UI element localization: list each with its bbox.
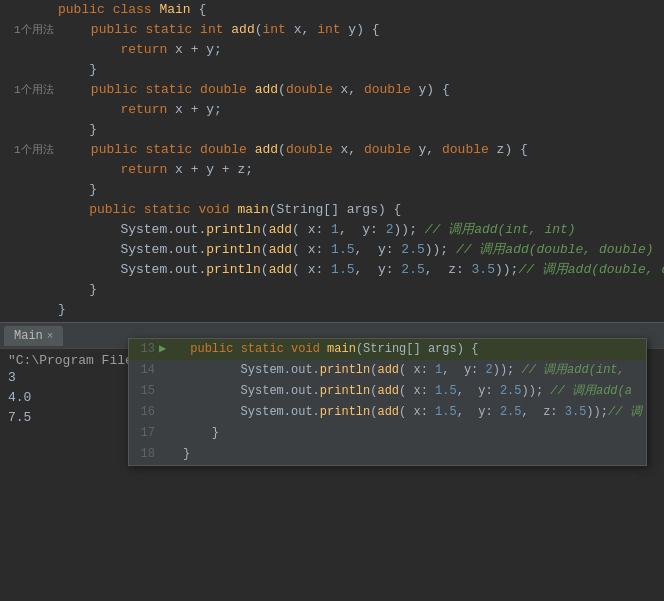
code-line-2: 1个用法 public static int add(int x, int y)… (0, 20, 664, 40)
code-line-3: return x + y; (0, 40, 664, 60)
line-text-3: return x + y; (58, 40, 222, 60)
line-text-15: } (58, 280, 97, 300)
line-text-16: } (58, 300, 66, 320)
code-line-7: } (0, 120, 664, 140)
usage-2: 1个用法 (14, 20, 54, 40)
tab-main[interactable]: Main × (4, 326, 63, 346)
code-line-11: public static void main(String[] args) { (0, 200, 664, 220)
popup-line-text-14: System.out.println(add( x: 1, y: 2)); //… (183, 361, 625, 380)
tab-close-icon[interactable]: × (47, 330, 54, 342)
code-line-8: 1个用法 public static double add(double x, … (0, 140, 664, 160)
popup-line-text-18: } (183, 445, 190, 464)
line-text-8: public static double add(double x, doubl… (60, 140, 528, 160)
popup-line-text-15: System.out.println(add( x: 1.5, y: 2.5))… (183, 382, 632, 401)
line-text-12: System.out.println(add( x: 1, y: 2)); //… (58, 220, 576, 240)
popup-row-17: 17 } (129, 423, 646, 444)
line-text-9: return x + y + z; (58, 160, 253, 180)
code-popup: 13 ▶ public static void main(String[] ar… (128, 338, 647, 466)
popup-line-text-17: } (183, 424, 219, 443)
line-text-2: public static int add(int x, int y) { (60, 20, 380, 40)
popup-row-15: 15 System.out.println(add( x: 1.5, y: 2.… (129, 381, 646, 402)
code-line-13: System.out.println(add( x: 1.5, y: 2.5))… (0, 240, 664, 260)
popup-row-18: 18 } (129, 444, 646, 465)
popup-linenum-15: 15 (133, 382, 155, 401)
popup-linenum-17: 17 (133, 424, 155, 443)
popup-linenum-13: 13 (133, 340, 155, 359)
line-text-1: public class Main { (58, 0, 206, 20)
code-line-9: return x + y + z; (0, 160, 664, 180)
line-text-6: return x + y; (58, 100, 222, 120)
line-text-14: System.out.println(add( x: 1.5, y: 2.5, … (58, 260, 664, 280)
popup-linenum-18: 18 (133, 445, 155, 464)
line-text-13: System.out.println(add( x: 1.5, y: 2.5))… (58, 240, 654, 260)
popup-line-text-16: System.out.println(add( x: 1.5, y: 2.5, … (183, 403, 642, 422)
popup-linenum-16: 16 (133, 403, 155, 422)
popup-row-14: 14 System.out.println(add( x: 1, y: 2));… (129, 360, 646, 381)
popup-arrow-13: ▶ (159, 340, 166, 359)
popup-line-text-13: public static void main(String[] args) { (190, 340, 478, 359)
popup-linenum-14: 14 (133, 361, 155, 380)
editor-area: public class Main { 1个用法 public static i… (0, 0, 664, 320)
code-line-14: System.out.println(add( x: 1.5, y: 2.5, … (0, 260, 664, 280)
line-text-4: } (58, 60, 97, 80)
code-line-12: System.out.println(add( x: 1, y: 2)); //… (0, 220, 664, 240)
tab-main-label: Main (14, 329, 43, 343)
code-line-6: return x + y; (0, 100, 664, 120)
line-text-5: public static double add(double x, doubl… (60, 80, 450, 100)
line-text-10: } (58, 180, 97, 200)
usage-5: 1个用法 (14, 80, 54, 100)
code-line-10: } (0, 180, 664, 200)
code-line-16: } (0, 300, 664, 320)
usage-8: 1个用法 (14, 140, 54, 160)
code-line-1: public class Main { (0, 0, 664, 20)
line-text-11: public static void main(String[] args) { (58, 200, 401, 220)
popup-row-13: 13 ▶ public static void main(String[] ar… (129, 339, 646, 360)
code-line-4: } (0, 60, 664, 80)
line-text-7: } (58, 120, 97, 140)
popup-row-16: 16 System.out.println(add( x: 1.5, y: 2.… (129, 402, 646, 423)
code-line-5: 1个用法 public static double add(double x, … (0, 80, 664, 100)
code-line-15: } (0, 280, 664, 300)
